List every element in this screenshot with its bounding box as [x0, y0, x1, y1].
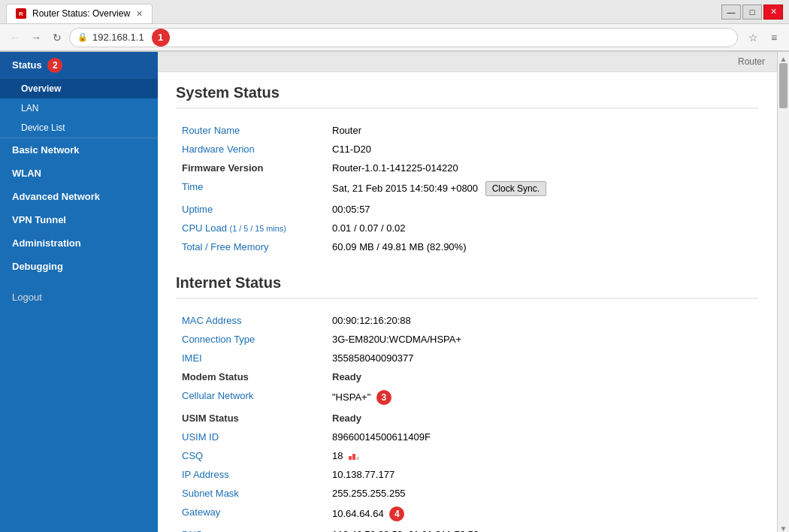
table-row: Gateway 10.64.64.64 4 — [176, 503, 759, 525]
field-value: "HSPA+" 3 — [326, 386, 759, 409]
scroll-thumb[interactable] — [779, 63, 787, 108]
field-label: Router Name — [176, 121, 326, 140]
field-value-uptime: 00:05:57 — [326, 200, 759, 219]
sidebar-label-administration: Administration — [12, 237, 81, 249]
table-row: Subnet Mask 255.255.255.255 — [176, 484, 759, 503]
field-label-firmware: Firmware Version — [176, 159, 326, 177]
sidebar-item-overview[interactable]: Overview — [0, 79, 158, 98]
system-status-title: System Status — [176, 84, 759, 109]
field-value: 3G-EM820U:WCDMA/HSPA+ — [326, 330, 759, 349]
sidebar: Status 2 Overview LAN Device List Basic … — [0, 52, 158, 532]
close-button[interactable]: ✕ — [763, 5, 783, 20]
sidebar-item-lan[interactable]: LAN — [0, 98, 158, 118]
table-row: USIM Status Ready — [176, 409, 759, 428]
sidebar-item-basic-network[interactable]: Basic Network — [0, 138, 158, 162]
minimize-button[interactable]: — — [721, 5, 741, 20]
field-label-memory: Total / Free Memory — [176, 237, 326, 256]
content-area: Router System Status Router Name Router … — [158, 52, 777, 532]
field-label-uptime: Uptime — [176, 200, 326, 219]
menu-icon[interactable]: ≡ — [765, 29, 783, 47]
table-row: CPU Load (1 / 5 / 15 mins) 0.01 / 0.07 /… — [176, 219, 759, 237]
sidebar-item-advanced-network[interactable]: Advanced Network — [0, 185, 158, 208]
nav-bar: ← → ↻ 🔒 192.168.1.1 1 ☆ ≡ — [0, 24, 789, 51]
forward-button[interactable]: → — [27, 29, 45, 47]
browser-tab[interactable]: R Router Status: Overview ✕ — [6, 4, 153, 23]
field-label: IP Address — [176, 465, 326, 484]
sidebar-logout-button[interactable]: Logout — [0, 284, 158, 310]
field-value: 255.255.255.255 — [326, 484, 759, 503]
table-row: IP Address 10.138.77.177 — [176, 465, 759, 484]
sidebar-label-advanced-network: Advanced Network — [12, 191, 100, 202]
signal-bars — [349, 454, 359, 460]
signal-bar-2 — [352, 454, 355, 460]
maximize-button[interactable]: □ — [742, 5, 762, 20]
internet-status-table: MAC Address 00:90:12:16:20:88 Connection… — [176, 311, 759, 532]
field-value-modem: Ready — [326, 367, 759, 386]
signal-bar-3 — [356, 457, 359, 460]
field-label-time: Time — [176, 177, 326, 200]
table-row: Firmware Version Router-1.0.1-141225-014… — [176, 159, 759, 177]
field-label-cpu: CPU Load (1 / 5 / 15 mins) — [176, 219, 326, 237]
tab-favicon: R — [16, 8, 26, 19]
address-text: 192.168.1.1 — [92, 32, 144, 43]
clock-sync-button[interactable]: Clock Sync. — [485, 181, 546, 196]
field-label: Subnet Mask — [176, 484, 326, 503]
tab-close-button[interactable]: ✕ — [136, 9, 143, 19]
annotation-3: 3 — [376, 390, 391, 405]
field-label: Hardware Verion — [176, 140, 326, 159]
bookmark-icon[interactable]: ☆ — [744, 29, 762, 47]
table-row: Modem Status Ready — [176, 367, 759, 386]
main-layout: Status 2 Overview LAN Device List Basic … — [0, 52, 789, 532]
sidebar-item-debugging[interactable]: Debugging — [0, 255, 158, 278]
field-label-modem: Modem Status — [176, 367, 326, 386]
sidebar-label-device-list: Device List — [21, 122, 65, 133]
field-value: 355858040090377 — [326, 349, 759, 367]
sidebar-label-debugging: Debugging — [12, 261, 63, 272]
table-row: Connection Type 3G-EM820U:WCDMA/HSPA+ — [176, 330, 759, 349]
sidebar-label-lan: LAN — [21, 103, 38, 113]
sidebar-item-device-list[interactable]: Device List — [0, 118, 158, 138]
page-security-icon: 🔒 — [77, 32, 88, 42]
field-value-firmware: Router-1.0.1-141225-014220 — [326, 159, 759, 177]
field-label-usim: USIM Status — [176, 409, 326, 428]
field-label: Cellular Network — [176, 386, 326, 409]
annotation-1: 1 — [152, 29, 170, 47]
sidebar-logout-label: Logout — [12, 292, 42, 303]
table-row: Uptime 00:05:57 — [176, 200, 759, 219]
sidebar-label-wlan: WLAN — [12, 168, 41, 179]
title-bar: R Router Status: Overview ✕ — □ ✕ — [0, 0, 789, 24]
table-row: CSQ 18 — [176, 446, 759, 465]
field-label: USIM ID — [176, 428, 326, 446]
table-row: MAC Address 00:90:12:16:20:88 — [176, 311, 759, 330]
browser-chrome: R Router Status: Overview ✕ — □ ✕ ← → ↻ … — [0, 0, 789, 52]
sidebar-item-vpn-tunnel[interactable]: VPN Tunnel — [0, 208, 158, 231]
field-value: 10.64.64.64 4 — [326, 503, 759, 525]
nav-icons: ☆ ≡ — [744, 29, 783, 47]
signal-bar-1 — [349, 456, 352, 460]
table-row: IMEI 355858040090377 — [176, 349, 759, 367]
sidebar-item-administration[interactable]: Administration — [0, 231, 158, 255]
field-label: IMEI — [176, 349, 326, 367]
field-label: CSQ — [176, 446, 326, 465]
field-value: 89660014500611409F — [326, 428, 759, 446]
scroll-down-button[interactable]: ▼ — [780, 524, 787, 532]
field-value: 18 — [326, 446, 759, 465]
scroll-up-button[interactable]: ▲ — [780, 55, 787, 63]
sidebar-label-vpn-tunnel: VPN Tunnel — [12, 214, 66, 225]
table-row: Time Sat, 21 Feb 2015 14:50:49 +0800 Clo… — [176, 177, 759, 200]
field-value: Router — [326, 121, 759, 140]
back-button[interactable]: ← — [6, 29, 24, 47]
breadcrumb: Router — [158, 52, 777, 72]
annotation-4: 4 — [389, 506, 404, 521]
scrollbar[interactable]: ▲ ▼ — [777, 52, 789, 532]
scroll-track — [778, 63, 789, 524]
reload-button[interactable]: ↻ — [48, 29, 66, 47]
field-label: DNS — [176, 525, 326, 532]
sidebar-item-status[interactable]: Status 2 — [0, 52, 158, 79]
table-row: Hardware Verion C11-D20 — [176, 140, 759, 159]
window-controls: — □ ✕ — [721, 5, 783, 20]
field-value-time: Sat, 21 Feb 2015 14:50:49 +0800 Clock Sy… — [326, 177, 759, 200]
table-row: Total / Free Memory 60.09 MB / 49.81 MB … — [176, 237, 759, 256]
address-bar[interactable]: 🔒 192.168.1.1 1 — [69, 28, 738, 47]
sidebar-item-wlan[interactable]: WLAN — [0, 162, 158, 185]
